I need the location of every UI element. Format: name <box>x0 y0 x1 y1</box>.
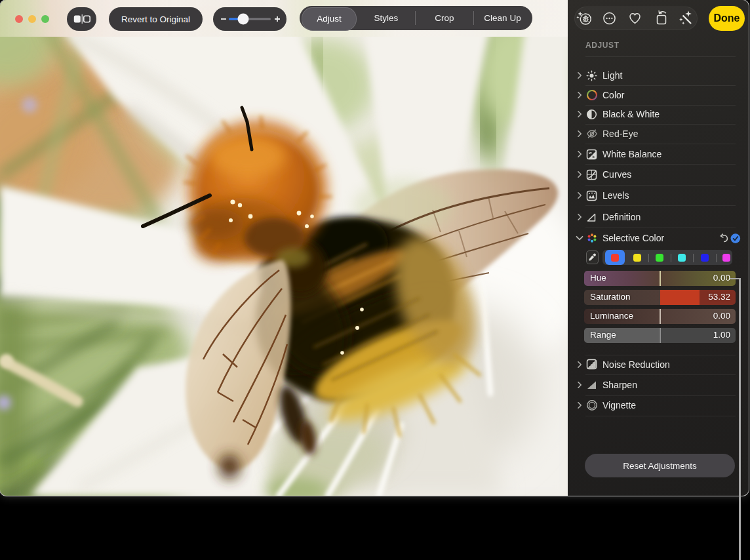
svg-text:w: w <box>588 151 592 155</box>
